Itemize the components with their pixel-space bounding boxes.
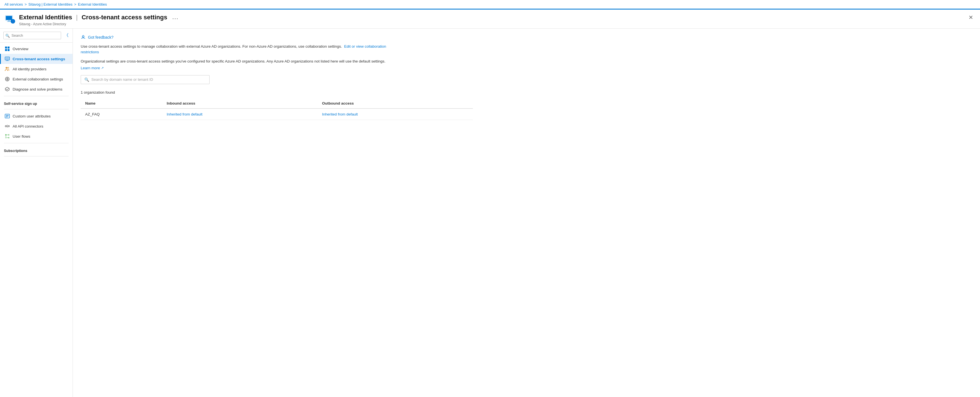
- search-tenant-input[interactable]: [91, 77, 206, 81]
- sidebar-item-overview-label: Overview: [13, 47, 28, 51]
- svg-point-24: [5, 126, 7, 127]
- table-cell-name: AZ_FAQ: [81, 108, 162, 120]
- sidebar-item-overview[interactable]: Overview: [0, 44, 73, 54]
- cross-tenant-icon: [5, 56, 10, 61]
- svg-rect-4: [7, 21, 11, 22]
- table-header-row: Name Inbound access Outbound access: [81, 99, 473, 108]
- sidebar-item-ext-collab[interactable]: External collaboration settings: [0, 74, 73, 84]
- table-row: AZ_FAQInherited from defaultInherited fr…: [81, 108, 473, 120]
- svg-rect-8: [8, 46, 10, 48]
- svg-line-18: [6, 89, 7, 90]
- close-button[interactable]: ✕: [966, 13, 975, 22]
- sidebar-item-api-connectors-label: All API connectors: [13, 124, 43, 128]
- svg-point-31: [5, 137, 7, 139]
- top-bar: All services > Sitavog | External Identi…: [0, 0, 980, 10]
- breadcrumb-external-identities[interactable]: External Identities: [78, 2, 107, 6]
- sidebar-item-diagnose-label: Diagnose and solve problems: [13, 87, 62, 91]
- description-block-1: Use cross-tenant access settings to mana…: [81, 44, 389, 55]
- svg-point-36: [83, 36, 84, 37]
- svg-point-32: [8, 137, 10, 139]
- page-subtitle: Sitavog - Azure Active Directory: [19, 22, 181, 26]
- nav-divider-4: [4, 156, 68, 156]
- col-inbound: Inbound access: [162, 99, 317, 108]
- sidebar-item-api-connectors[interactable]: All API connectors: [0, 121, 73, 131]
- external-identities-icon: 👤: [5, 13, 16, 25]
- learn-more-link[interactable]: Learn more ↗: [81, 66, 103, 70]
- table-cell-outbound: Inherited from default: [318, 108, 473, 120]
- outbound-access-link[interactable]: Inherited from default: [322, 112, 358, 116]
- col-name: Name: [81, 99, 162, 108]
- sidebar-item-custom-attrs-label: Custom user attributes: [13, 114, 51, 118]
- overview-icon: [5, 46, 10, 51]
- nav-divider-1: [4, 96, 68, 96]
- subscriptions-label: Subscriptions: [0, 145, 73, 155]
- more-options-button[interactable]: ...: [170, 13, 181, 22]
- svg-rect-10: [8, 49, 10, 51]
- self-service-label: Self-service sign up: [0, 98, 73, 107]
- custom-attrs-icon: [5, 113, 10, 119]
- feedback-row: Got feedback?: [81, 34, 972, 40]
- ext-collab-icon: [5, 77, 10, 81]
- search-box-wrapper: 🔍: [81, 75, 210, 84]
- breadcrumb-sitavog[interactable]: Sitavog | External Identities: [28, 2, 72, 6]
- sidebar-item-custom-attrs[interactable]: Custom user attributes: [0, 111, 73, 121]
- svg-point-29: [5, 134, 7, 136]
- all-identity-icon: [5, 67, 10, 72]
- sidebar-item-all-identity-label: All identity providers: [13, 67, 46, 71]
- breadcrumb: All services > Sitavog | External Identi…: [5, 2, 107, 6]
- sidebar-search-row: 🔍 《: [0, 29, 73, 43]
- api-connectors-icon: [5, 124, 10, 129]
- sidebar-item-diagnose[interactable]: Diagnose and solve problems: [0, 84, 73, 94]
- sidebar: 🔍 《 Overview: [0, 29, 73, 397]
- sidebar-navigation: Overview Cross-tenant access settings: [0, 43, 73, 397]
- svg-rect-9: [5, 49, 7, 51]
- svg-rect-12: [6, 57, 9, 59]
- results-count: 1 organization found: [81, 90, 972, 94]
- col-outbound: Outbound access: [318, 99, 473, 108]
- org-description: Organizational settings are cross-tenant…: [81, 59, 389, 64]
- breadcrumb-all-services[interactable]: All services: [5, 2, 23, 6]
- table-cell-inbound: Inherited from default: [162, 108, 317, 120]
- svg-rect-3: [8, 21, 10, 21]
- sidebar-item-user-flows-label: User flows: [13, 134, 30, 139]
- external-link-icon: ↗: [101, 66, 103, 70]
- svg-line-19: [7, 88, 9, 90]
- diagnose-icon: [5, 87, 10, 92]
- svg-rect-13: [6, 60, 8, 61]
- page-header: 👤 External Identities | Cross-tenant acc…: [0, 10, 980, 29]
- sidebar-search-input[interactable]: [3, 32, 61, 39]
- description-text-1: Use cross-tenant access settings to mana…: [81, 44, 342, 48]
- page-title: External Identities | Cross-tenant acces…: [19, 13, 181, 22]
- collapse-sidebar-button[interactable]: 《: [63, 31, 70, 40]
- sidebar-item-cross-tenant[interactable]: Cross-tenant access settings: [0, 54, 73, 64]
- sidebar-search-icon: 🔍: [5, 33, 10, 38]
- search-box-icon: 🔍: [84, 77, 89, 82]
- svg-rect-2: [6, 16, 12, 20]
- sidebar-item-ext-collab-label: External collaboration settings: [13, 77, 63, 81]
- svg-rect-14: [6, 61, 9, 61]
- svg-rect-7: [5, 46, 7, 48]
- svg-point-25: [8, 126, 10, 127]
- feedback-icon: [81, 34, 86, 40]
- sidebar-item-cross-tenant-label: Cross-tenant access settings: [13, 57, 65, 61]
- org-description-text: Organizational settings are cross-tenant…: [81, 59, 385, 63]
- svg-text:👤: 👤: [11, 20, 15, 23]
- main-layout: 🔍 《 Overview: [0, 29, 980, 397]
- feedback-link[interactable]: Got feedback?: [88, 35, 113, 40]
- svg-point-16: [7, 67, 9, 69]
- svg-point-30: [8, 134, 10, 136]
- inbound-access-link[interactable]: Inherited from default: [167, 112, 202, 116]
- search-box: 🔍: [81, 75, 210, 84]
- svg-point-15: [6, 67, 7, 69]
- sidebar-item-user-flows[interactable]: User flows: [0, 131, 73, 141]
- organizations-table: Name Inbound access Outbound access AZ_F…: [81, 99, 473, 120]
- user-flows-icon: [5, 134, 10, 139]
- content-area: Got feedback? Use cross-tenant access se…: [73, 29, 980, 397]
- sidebar-item-all-identity[interactable]: All identity providers: [0, 64, 73, 74]
